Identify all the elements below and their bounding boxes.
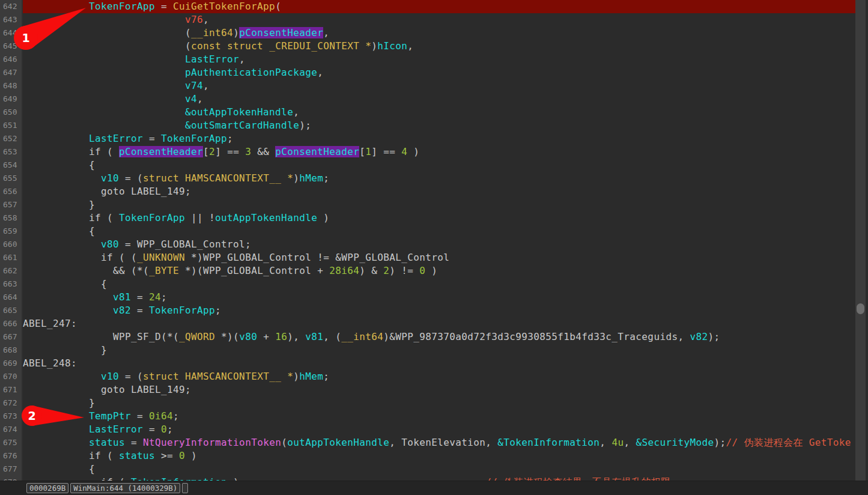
code-line[interactable]: 665 v82 = TokenForApp; — [0, 304, 855, 317]
code-token: &SecurityMode — [636, 437, 714, 448]
code-line[interactable]: 677 { — [0, 463, 855, 476]
code-line[interactable]: 664 v81 = 24; — [0, 291, 855, 304]
code-token — [23, 371, 101, 382]
code-token: pConsentHeader — [239, 27, 323, 38]
code-line[interactable]: 647 pAuthenticationPackage, — [0, 66, 855, 79]
code-token: ) & — [359, 265, 383, 276]
code-token: = ( — [119, 172, 143, 184]
code-line[interactable]: 650 &outAppTokenHandle, — [0, 106, 855, 119]
code-line[interactable]: 675 status = NtQueryInformationToken(out… — [0, 436, 855, 449]
code-line[interactable]: 676 if ( status >= 0 ) — [0, 449, 855, 463]
code-line[interactable]: 670 v10 = (struct HAMSCANCONTEXT__ *)hMe… — [0, 370, 855, 383]
code-line[interactable]: 673 TempPtr = 0i64; — [0, 410, 855, 423]
code-token — [23, 344, 101, 356]
code-line[interactable]: 651 &outSmartCardHandle); — [0, 119, 855, 132]
code-token: ( — [275, 1, 281, 12]
code-line[interactable]: 657 } — [0, 198, 855, 211]
code-line[interactable]: 642 TokenForApp = CuiGetTokenForApp( — [0, 0, 855, 13]
code-token: , — [624, 437, 636, 448]
line-number: 645 — [0, 40, 23, 53]
code-token — [23, 1, 89, 12]
code-line[interactable]: 653 if ( pConsentHeader[2] == 3 && pCons… — [0, 145, 855, 159]
code-line[interactable]: 671 goto LABEL_149; — [0, 383, 855, 396]
code-line[interactable]: 672 } — [0, 396, 855, 410]
code-token: , — [203, 14, 209, 25]
code-token: status — [89, 437, 125, 448]
line-number: 673 — [0, 410, 23, 423]
code-token: v82 — [113, 305, 131, 316]
line-number: 653 — [0, 145, 23, 159]
line-number: 667 — [0, 330, 23, 344]
code-token — [23, 424, 89, 435]
code-line[interactable]: 648 v74, — [0, 79, 855, 93]
code-line[interactable]: 661 if ( (_UNKNOWN *)WPP_GLOBAL_Control … — [0, 251, 855, 264]
code-line[interactable]: 654 { — [0, 159, 855, 172]
code-token: ) — [293, 172, 299, 184]
code-token — [23, 120, 185, 131]
code-token — [23, 450, 89, 461]
code-line[interactable]: 659 { — [0, 225, 855, 238]
code-token: = — [155, 1, 173, 12]
code-line[interactable]: 669ABEL_248: — [0, 357, 855, 370]
code-text: TokenForApp = CuiGetTokenForApp( — [23, 0, 855, 13]
code-line[interactable]: 656 goto LABEL_149; — [0, 185, 855, 198]
code-token: && (*( — [113, 265, 149, 276]
code-token: __int64 — [341, 331, 383, 342]
code-line[interactable]: 666ABEL_247: — [0, 317, 855, 330]
line-number: 677 — [0, 463, 23, 476]
code-text: LastError = TokenForApp; — [23, 132, 855, 145]
code-token: ( — [185, 27, 191, 38]
code-token: pAuthenticationPackage — [185, 67, 317, 78]
code-token: &outSmartCardHandle — [185, 120, 299, 131]
code-token: , — [317, 67, 323, 78]
code-text: TempPtr = 0i64; — [23, 410, 855, 423]
line-number: 663 — [0, 278, 23, 291]
code-token — [23, 305, 113, 316]
code-token: ( — [185, 40, 191, 52]
code-line[interactable]: 678 if ( TokenInformation ) // 伪装进程检查结果，… — [0, 476, 855, 481]
line-number: 670 — [0, 370, 23, 383]
code-line[interactable]: 652 LastError = TokenForApp; — [0, 132, 855, 145]
code-line[interactable]: 649 v4, — [0, 93, 855, 106]
scrollbar-thumb[interactable] — [857, 303, 864, 314]
code-token: hIcon — [377, 40, 407, 52]
code-token: *)WPP_GLOBAL_Control != &WPP_GLOBAL_Cont… — [185, 252, 449, 263]
code-token: ) — [317, 212, 329, 223]
code-line[interactable]: 667 WPP_SF_D(*(_QWORD *)(v80 + 16), v81,… — [0, 330, 855, 344]
code-line[interactable]: 660 v80 = WPP_GLOBAL_Control; — [0, 238, 855, 251]
code-text: &outAppTokenHandle, — [23, 106, 855, 119]
vertical-scrollbar[interactable] — [855, 0, 866, 481]
code-token: ); — [299, 120, 311, 131]
code-token — [23, 252, 101, 263]
code-token: outAppTokenHandle — [287, 437, 389, 448]
code-token: ; — [173, 410, 179, 422]
code-line[interactable]: 643 v76, — [0, 13, 855, 26]
code-line[interactable]: 658 if ( TokenForApp || !outAppTokenHand… — [0, 211, 855, 225]
code-token: ) != — [389, 265, 419, 276]
code-token: WPP_SF_D(*( — [113, 331, 179, 342]
code-text: { — [23, 278, 855, 291]
code-token: , ( — [323, 331, 341, 342]
line-number: 676 — [0, 449, 23, 463]
code-token: = — [125, 437, 143, 448]
code-token: goto LABEL_149; — [101, 186, 191, 197]
code-line[interactable]: 668 } — [0, 344, 855, 357]
line-number: 656 — [0, 185, 23, 198]
code-line[interactable]: 645 (const struct _CREDUI_CONTEXT *)hIco… — [0, 40, 855, 53]
code-line[interactable]: 644 (__int64)pConsentHeader, — [0, 26, 855, 40]
code-line[interactable]: 674 LastError = 0; — [0, 423, 855, 436]
status-file-offset: 0000269B — [26, 483, 68, 493]
code-token: { — [89, 225, 95, 237]
code-token: { — [89, 159, 95, 171]
code-line[interactable]: 663 { — [0, 278, 855, 291]
code-token: v4 — [185, 93, 197, 105]
code-token: , — [239, 53, 245, 65]
code-token: hMem — [299, 172, 323, 184]
code-token: , — [197, 93, 203, 105]
code-token — [23, 93, 185, 105]
pseudocode-view[interactable]: 642 TokenForApp = CuiGetTokenForApp(643 … — [0, 0, 855, 481]
code-line[interactable]: 662 && (*(_BYTE *)(WPP_GLOBAL_Control + … — [0, 264, 855, 278]
code-line[interactable]: 655 v10 = (struct HAMSCANCONTEXT__ *)hMe… — [0, 172, 855, 185]
line-number: 661 — [0, 251, 23, 264]
code-line[interactable]: 646 LastError, — [0, 53, 855, 66]
